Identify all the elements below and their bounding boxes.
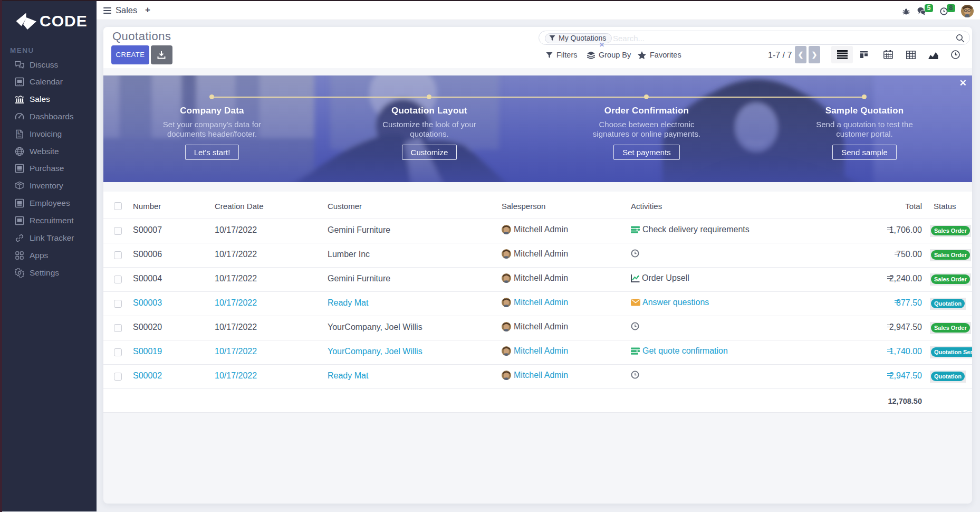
svg-text:$: $ <box>17 131 19 134</box>
